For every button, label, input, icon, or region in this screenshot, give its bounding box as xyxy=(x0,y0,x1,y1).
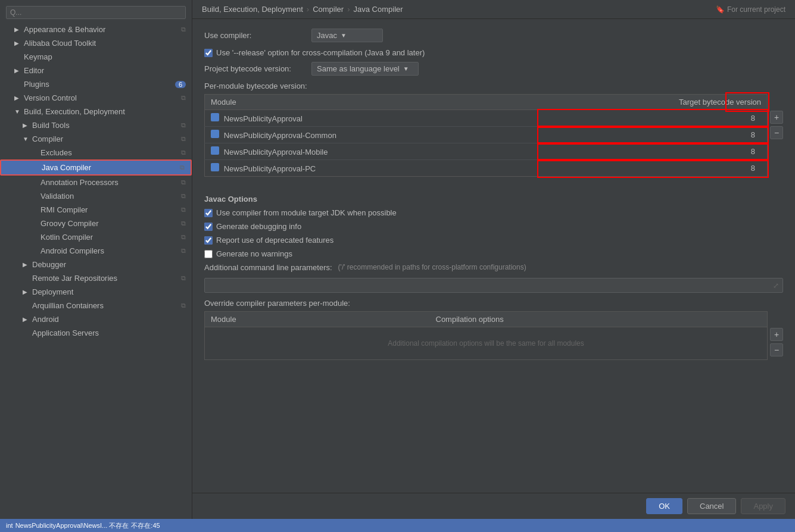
javac-option-3-checkbox[interactable] xyxy=(204,250,213,258)
arrow-icon: ▶ xyxy=(14,67,20,74)
sidebar-item-label: Appearance & Behavior xyxy=(24,25,105,34)
sidebar-item-remote-jar[interactable]: ▶ Remote Jar Repositories ⧉ xyxy=(0,271,192,285)
sidebar-item-app-servers[interactable]: ▶ Application Servers xyxy=(0,326,192,340)
arrow-icon: ▶ xyxy=(23,261,29,268)
release-option-label: Use '--release' option for cross-compila… xyxy=(216,48,425,57)
override-options-header: Compilation options xyxy=(430,312,768,327)
breadcrumb-sep-1: › xyxy=(307,5,309,14)
sidebar-item-validation[interactable]: ▶ Validation ⧉ xyxy=(0,189,192,203)
add-override-button[interactable]: + xyxy=(770,328,783,341)
cmd-input-wrap: ⤢ xyxy=(204,278,783,293)
sidebar-item-label: Application Servers xyxy=(32,328,99,337)
sidebar-item-groovy-compiler[interactable]: ▶ Groovy Compiler ⧉ xyxy=(0,217,192,230)
javac-option-0[interactable]: Use compiler from module target JDK when… xyxy=(204,208,783,217)
javac-option-3-label: Generate no warnings xyxy=(216,249,292,258)
override-side-buttons: + − xyxy=(770,311,783,360)
arrow-icon: ▶ xyxy=(23,289,29,295)
sidebar-item-android[interactable]: ▶ Android xyxy=(0,312,192,326)
plugin-badge: 6 xyxy=(175,81,186,88)
use-compiler-label: Use compiler: xyxy=(204,31,305,40)
project-label: For current project xyxy=(727,5,785,14)
sidebar-item-label: Build Tools xyxy=(32,121,70,130)
release-option-checkbox[interactable] xyxy=(204,49,213,57)
sidebar-item-appearance[interactable]: ▶ Appearance & Behavior ⧉ xyxy=(0,23,192,36)
sidebar-item-keymap[interactable]: ▶ Keymap xyxy=(0,50,192,64)
sidebar-item-compiler[interactable]: ▼ Compiler ⧉ xyxy=(0,132,192,146)
sidebar: ▶ Appearance & Behavior ⧉ ▶ Alibaba Clou… xyxy=(0,0,192,519)
compiler-select[interactable]: Javac ▼ xyxy=(311,29,383,42)
sidebar-item-kotlin-compiler[interactable]: ▶ Kotlin Compiler ⧉ xyxy=(0,230,192,244)
release-option-row[interactable]: Use '--release' option for cross-compila… xyxy=(204,48,783,57)
copy-icon: ⧉ xyxy=(181,179,186,186)
sidebar-item-build-tools[interactable]: ▶ Build Tools ⧉ xyxy=(0,118,192,132)
sidebar-item-java-compiler[interactable]: ▶ Java Compiler ⧉ xyxy=(0,159,192,176)
sidebar-item-editor[interactable]: ▶ Editor xyxy=(0,64,192,77)
arrow-icon: ▶ xyxy=(14,26,20,33)
module-col-header: Module xyxy=(205,95,539,110)
override-table-section: Module Compilation options Additional co… xyxy=(204,311,783,360)
sidebar-item-plugins[interactable]: ▶ Plugins 6 xyxy=(0,77,192,91)
breadcrumb: Build, Execution, Deployment › Compiler … xyxy=(192,0,795,19)
remove-override-button[interactable]: − xyxy=(770,343,783,356)
sidebar-item-rmi-compiler[interactable]: ▶ RMI Compiler ⧉ xyxy=(0,203,192,217)
table-row: NewsPublicityApproval 8 xyxy=(205,110,768,127)
module-cell: NewsPublicityApproval-Mobile xyxy=(205,143,539,160)
version-cell: 8 xyxy=(538,110,767,127)
apply-button[interactable]: Apply xyxy=(741,498,785,514)
override-label: Override compiler parameters per-module: xyxy=(204,299,783,308)
sidebar-item-label: Alibaba Cloud Toolkit xyxy=(24,39,96,48)
sidebar-item-deployment[interactable]: ▶ Deployment xyxy=(0,285,192,299)
breadcrumb-part-3: Java Compiler xyxy=(354,5,403,14)
sidebar-item-build-exec[interactable]: ▼ Build, Execution, Deployment xyxy=(0,105,192,118)
sidebar-item-label: Arquillian Containers xyxy=(32,301,104,310)
sidebar-item-label: Version Control xyxy=(24,93,77,102)
search-bar[interactable] xyxy=(0,2,192,23)
module-icon xyxy=(211,113,219,121)
cmd-hint: ('/' recommended in paths for cross-plat… xyxy=(338,263,783,271)
javac-option-0-label: Use compiler from module target JDK when… xyxy=(216,208,397,217)
arrow-icon: ▶ xyxy=(14,40,20,46)
sidebar-item-annotation-processors[interactable]: ▶ Annotation Processors ⧉ xyxy=(0,176,192,189)
table-row: NewsPublicityApproval-PC 8 xyxy=(205,160,768,177)
module-table-container: Module Target bytecode version xyxy=(204,94,768,186)
sidebar-item-arquillian[interactable]: ▶ Arquillian Containers ⧉ xyxy=(0,299,192,312)
ok-button[interactable]: OK xyxy=(646,498,682,514)
sidebar-item-alibaba[interactable]: ▶ Alibaba Cloud Toolkit xyxy=(0,36,192,50)
sidebar-item-label: Debugger xyxy=(32,260,66,269)
search-input[interactable] xyxy=(6,6,186,19)
copy-icon: ⧉ xyxy=(181,247,186,255)
status-message: NewsPublicityApproval\NewsI... 不存在 xyxy=(15,521,129,530)
sidebar-item-label: Java Compiler xyxy=(42,163,91,172)
javac-option-2-checkbox[interactable] xyxy=(204,236,213,245)
javac-option-1[interactable]: Generate debugging info xyxy=(204,222,783,231)
add-module-button[interactable]: + xyxy=(770,111,783,124)
sidebar-item-excludes[interactable]: ▶ Excludes ⧉ xyxy=(0,146,192,159)
cmd-label: Additional command line parameters: xyxy=(204,263,332,272)
sidebar-item-debugger[interactable]: ▶ Debugger xyxy=(0,258,192,271)
arrow-icon: ▶ xyxy=(14,95,20,101)
module-cell: NewsPublicityApproval xyxy=(205,110,539,127)
arrow-icon: ▼ xyxy=(23,136,29,142)
javac-option-0-checkbox[interactable] xyxy=(204,209,213,217)
sidebar-item-label: Annotation Processors xyxy=(40,178,119,187)
table-side-buttons: + − xyxy=(770,94,783,186)
cmd-input[interactable] xyxy=(205,278,769,292)
remove-module-button[interactable]: − xyxy=(770,126,783,139)
copy-icon: ⧉ xyxy=(181,302,186,309)
javac-option-3[interactable]: Generate no warnings xyxy=(204,249,783,258)
compiler-value: Javac xyxy=(317,31,337,40)
expand-icon: ⤢ xyxy=(769,281,782,290)
sidebar-item-label: Compiler xyxy=(32,134,63,143)
bytecode-version-row: Project bytecode version: Same as langua… xyxy=(204,62,783,76)
bytecode-select[interactable]: Same as language level ▼ xyxy=(311,62,419,76)
sidebar-item-android-compilers[interactable]: ▶ Android Compilers ⧉ xyxy=(0,244,192,258)
use-compiler-row: Use compiler: Javac ▼ xyxy=(204,29,783,42)
copy-icon: ⧉ xyxy=(181,26,186,33)
sidebar-item-version-control[interactable]: ▶ Version Control ⧉ xyxy=(0,91,192,105)
cancel-button[interactable]: Cancel xyxy=(687,498,736,514)
dropdown-arrow-icon: ▼ xyxy=(341,32,347,39)
javac-option-1-checkbox[interactable] xyxy=(204,223,213,231)
module-icon xyxy=(211,163,219,171)
javac-option-2[interactable]: Report use of deprecated features xyxy=(204,236,783,245)
sidebar-item-label: Kotlin Compiler xyxy=(40,233,93,242)
